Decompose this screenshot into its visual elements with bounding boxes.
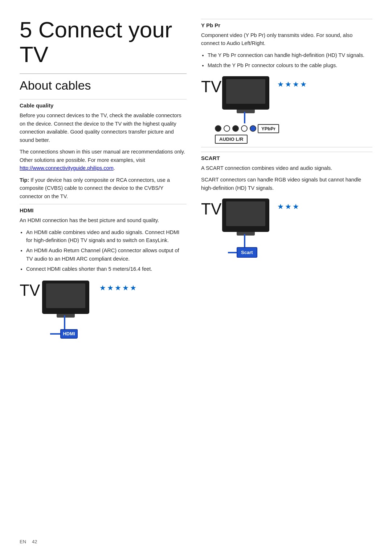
- divider-scart: [201, 147, 372, 147]
- hdmi-heading: HDMI: [20, 204, 187, 213]
- cable-quality-para1: Before you connect devices to the TV, ch…: [20, 111, 187, 144]
- philips-link[interactable]: http://www.connectivityguide.philips.com: [20, 165, 114, 171]
- ypbpr-tv-stand: [237, 110, 255, 113]
- scart-tv-screen-body: [222, 199, 269, 232]
- tip-label: Tip:: [20, 177, 29, 183]
- ypbpr-intro: Component video (Y Pb Pr) only transmits…: [201, 31, 372, 48]
- hdmi-bullet-1: An HDMI cable combines video and audio s…: [26, 228, 187, 245]
- hdmi-connector-row: HDMI: [50, 329, 78, 339]
- hdmi-tv-label: TV: [20, 281, 40, 299]
- ypbpr-tv-body: [222, 76, 269, 113]
- cable-quality-para2: The connections shown in this user manua…: [20, 148, 187, 172]
- ypbpr-connector-label: YPbPr: [258, 124, 279, 133]
- scart-stars: ★★★: [277, 202, 300, 211]
- hdmi-tv-screen: [46, 283, 85, 308]
- ypbpr-bullet-1: The Y Pb Pr connection can handle high-d…: [208, 51, 372, 59]
- scart-para2: SCART connectors can handle RGB video si…: [201, 176, 372, 192]
- ypbpr-stars: ★★★★: [277, 80, 308, 89]
- scart-connector-box: Scart: [237, 247, 257, 258]
- tip-text: Tip: If your device has only composite o…: [20, 176, 187, 200]
- hdmi-tv-body: [42, 281, 89, 318]
- scart-connector-row: Scart: [228, 247, 257, 258]
- hdmi-bullet-list: An HDMI cable combines video and audio s…: [26, 228, 187, 273]
- ypbpr-connector-line-v: [244, 112, 245, 123]
- rca-dot-4: [241, 125, 248, 132]
- chapter-title-line1: Connect your: [38, 17, 172, 42]
- rca-dot-3: [232, 125, 239, 132]
- chapter-title-line2: TV: [20, 42, 48, 67]
- hdmi-connector-line-h: [50, 333, 60, 335]
- audio-lr-label: AUDIO L/R: [219, 136, 243, 142]
- cable-quality-para2-text: The connections shown in this user manua…: [20, 149, 185, 163]
- ypbpr-heading: Y Pb Pr: [201, 19, 372, 28]
- audio-lr-box: AUDIO L/R: [215, 135, 248, 144]
- rca-dot-1: [215, 125, 221, 132]
- ypbpr-bullet-2: Match the Y Pb Pr connector colours to t…: [208, 61, 372, 69]
- hdmi-tv-stand: [57, 314, 75, 318]
- ypbpr-tv-screen: [226, 79, 265, 104]
- scart-tv-body: [222, 199, 269, 236]
- scart-tv-screen: [226, 201, 265, 226]
- hdmi-intro: An HDMI connection has the best picture …: [20, 216, 187, 224]
- ypbpr-tv-label: TV: [201, 78, 221, 96]
- scart-tv-stand: [237, 232, 255, 236]
- scart-tv-label: TV: [201, 200, 221, 218]
- hdmi-stars: ★★★★★: [99, 283, 138, 292]
- chapter-number: 5: [20, 17, 32, 42]
- rca-dots: [215, 125, 256, 132]
- scart-para1: A SCART connection combines video and au…: [201, 164, 372, 172]
- scart-h-line: [228, 252, 237, 253]
- footer-lang: EN: [20, 539, 26, 544]
- scart-connector-label: Scart: [241, 250, 253, 255]
- hdmi-connector-shape: HDMI: [60, 329, 78, 339]
- ypbpr-diagram: TV ★★★★: [201, 75, 372, 142]
- ypbpr-tv-screen-body: [222, 76, 269, 110]
- para2-end: .: [114, 165, 115, 171]
- scart-diagram: TV ★★★ Scart: [201, 197, 372, 262]
- cable-quality-heading: Cable quality: [20, 99, 187, 109]
- hdmi-bullet-2: An HDMI Audio Return Channel (ARC) conne…: [26, 246, 187, 263]
- about-cables-heading: About cables: [20, 73, 187, 93]
- scart-connector-line-v: [244, 234, 245, 247]
- ypbpr-connectors-row: YPbPr: [215, 124, 279, 133]
- ypbpr-label1-text: YPbPr: [261, 126, 275, 131]
- footer-page: 42: [32, 539, 37, 544]
- hdmi-connector-line-v: [64, 315, 65, 329]
- hdmi-connector-label: HDMI: [63, 331, 75, 336]
- scart-heading: SCART: [201, 152, 372, 161]
- footer: EN 42: [20, 539, 37, 544]
- rca-dot-2: [224, 125, 230, 132]
- hdmi-bullet-3: Connect HDMI cables shorter than 5 meter…: [26, 265, 187, 273]
- tip-content: If your device has only composite or RCA…: [20, 177, 170, 199]
- hdmi-tv-screen-body: [42, 281, 89, 314]
- hdmi-diagram: TV ★★★★★ HDMI: [20, 278, 187, 346]
- rca-dot-5: [250, 125, 256, 132]
- ypbpr-bullet-list: The Y Pb Pr connection can handle high-d…: [208, 51, 372, 70]
- chapter-title: 5 Connect your TV: [20, 17, 187, 67]
